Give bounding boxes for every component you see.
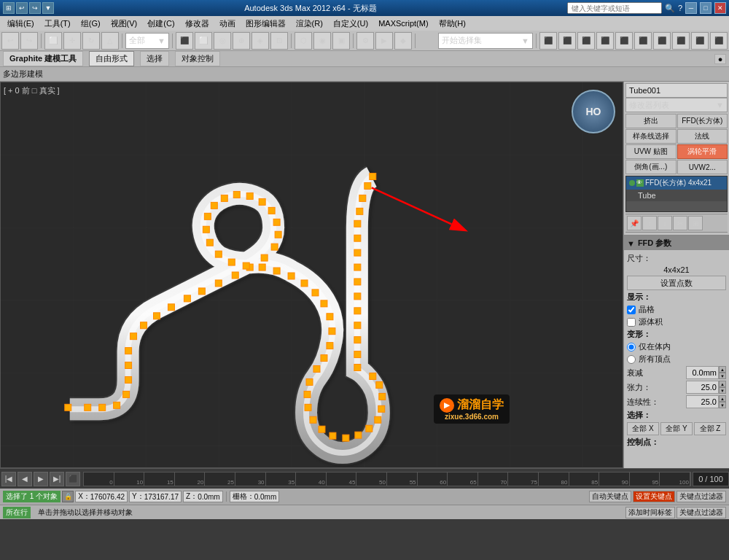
timeline-track[interactable]: 0 10 15 20 25 30 35 40 45 50 55 60 65 70… bbox=[83, 472, 691, 486]
close-button[interactable]: ✕ bbox=[714, 2, 726, 14]
tb-misc-8[interactable]: ⬛ bbox=[672, 32, 690, 50]
falloff-up[interactable]: ▲ bbox=[719, 366, 726, 373]
tension-input[interactable] bbox=[686, 381, 719, 394]
tb-btn-6[interactable]: ⊕ bbox=[233, 32, 250, 50]
render-setup-btn[interactable]: ⚙ bbox=[356, 32, 374, 50]
mod-btn-spline-sel[interactable]: 样条线选择 bbox=[625, 129, 677, 144]
continuity-down[interactable]: ▼ bbox=[719, 402, 726, 408]
tb-btn-4[interactable]: ⬜ bbox=[195, 32, 212, 50]
mod-icon-delete[interactable]: ✂ bbox=[673, 216, 687, 230]
tension-down[interactable]: ▼ bbox=[719, 387, 726, 394]
move-button[interactable]: ✛ bbox=[63, 32, 81, 50]
graphite-freeform[interactable]: 自由形式 bbox=[89, 51, 134, 66]
graphite-tools-label[interactable]: Graphite 建模工具 bbox=[3, 51, 83, 66]
tension-up[interactable]: ▲ bbox=[719, 381, 726, 387]
app-icon[interactable]: ⊞ bbox=[3, 2, 15, 14]
tb-btn-9[interactable]: ⬡ bbox=[295, 32, 312, 50]
menu-tools[interactable]: 工具(T) bbox=[40, 18, 75, 30]
falloff-down[interactable]: ▼ bbox=[719, 373, 726, 379]
select-filter-dropdown[interactable]: 全部 ▼ bbox=[125, 33, 169, 49]
tb-btn-11[interactable]: ▣ bbox=[332, 32, 350, 50]
select-all-x[interactable]: 全部 X bbox=[627, 422, 659, 435]
stack-item-tube[interactable]: Tube bbox=[626, 190, 727, 201]
menu-group[interactable]: 组(G) bbox=[77, 18, 105, 30]
timeline-stop-btn[interactable]: ⬛ bbox=[66, 472, 80, 486]
redo-button[interactable]: ↪ bbox=[20, 32, 38, 50]
menu-edit[interactable]: 编辑(E) bbox=[3, 18, 39, 30]
maximize-button[interactable]: □ bbox=[700, 2, 712, 14]
stack-item-ffd[interactable]: 👁 FFD(长方体) 4x4x21 bbox=[626, 176, 727, 190]
undo-button[interactable]: ↩ bbox=[1, 32, 19, 50]
set-points-btn[interactable]: 设置点数 bbox=[627, 276, 726, 290]
menu-render[interactable]: 渲染(R) bbox=[292, 18, 327, 30]
tb-btn-5[interactable]: ◎ bbox=[214, 32, 231, 50]
tb-btn-3[interactable]: ⬛ bbox=[176, 32, 193, 50]
menu-help[interactable]: 帮助(H) bbox=[434, 18, 470, 30]
rotate-button[interactable]: ↻ bbox=[82, 32, 100, 50]
filter-keypoints-btn[interactable]: 关键点过滤器 bbox=[677, 507, 726, 518]
graphite-object-ctrl[interactable]: 对象控制 bbox=[175, 51, 220, 66]
navigation-gizmo[interactable]: HO bbox=[572, 90, 615, 133]
quick-access-2[interactable]: ↪ bbox=[29, 2, 41, 14]
object-name-input[interactable] bbox=[625, 83, 728, 98]
menu-graph-editor[interactable]: 图形编辑器 bbox=[241, 18, 290, 30]
lattice-checkbox[interactable] bbox=[627, 306, 636, 314]
modifier-list-dropdown[interactable]: 修改器列表 ▼ bbox=[625, 98, 728, 112]
selection-set-dropdown[interactable]: 开始选择集 ▼ bbox=[438, 33, 533, 49]
mod-btn-uvw[interactable]: UVW 贴图 bbox=[625, 144, 677, 159]
select-all-z[interactable]: 全部 Z bbox=[694, 422, 726, 435]
tb-misc-10[interactable]: ⬛ bbox=[710, 32, 728, 50]
viewport[interactable]: [ + 0 前 □ 真实 ] bbox=[0, 82, 623, 468]
timeline-play-btn[interactable]: ▶ bbox=[34, 472, 48, 486]
quick-access-1[interactable]: ↩ bbox=[16, 2, 28, 14]
menu-modifier[interactable]: 修改器 bbox=[181, 18, 214, 30]
render-btn[interactable]: ▶ bbox=[375, 32, 393, 50]
mod-btn-ffd-box[interactable]: FFD(长方体) bbox=[677, 114, 728, 128]
mod-icon-config[interactable]: ⊞ bbox=[688, 216, 703, 230]
tb-btn-7[interactable]: ◈ bbox=[252, 32, 269, 50]
mod-icon-move-down[interactable]: ↓ bbox=[658, 216, 672, 230]
menu-animation[interactable]: 动画 bbox=[215, 18, 240, 30]
mod-btn-normals[interactable]: 法线 bbox=[677, 129, 728, 144]
time-field[interactable] bbox=[693, 472, 729, 486]
titlebar-search[interactable] bbox=[567, 2, 662, 14]
tb-btn-8[interactable]: ⊡ bbox=[270, 32, 288, 50]
radio-all[interactable] bbox=[627, 355, 636, 364]
add-time-tag-btn[interactable]: 添加时间标签 bbox=[625, 507, 675, 518]
menu-customize[interactable]: 自定义(U) bbox=[329, 18, 373, 30]
material-btn[interactable]: ◆ bbox=[394, 32, 412, 50]
auto-key-btn[interactable]: 自动关键点 bbox=[589, 491, 631, 502]
continuity-up[interactable]: ▲ bbox=[719, 395, 726, 402]
mod-btn-extrude[interactable]: 挤出 bbox=[625, 114, 677, 128]
graphite-select[interactable]: 选择 bbox=[140, 51, 169, 66]
source-checkbox[interactable] bbox=[627, 318, 636, 327]
scale-button[interactable]: △ bbox=[101, 32, 119, 50]
tb-misc-9[interactable]: ⬛ bbox=[691, 32, 709, 50]
quick-access-3[interactable]: ▼ bbox=[42, 2, 54, 14]
set-key-btn[interactable]: 设置关键点 bbox=[633, 491, 675, 502]
lock-icon[interactable]: 🔒 bbox=[62, 491, 74, 502]
mod-btn-turbosmooth[interactable]: 涡轮平滑 bbox=[677, 144, 728, 159]
tb-misc-7[interactable]: ⬛ bbox=[653, 32, 671, 50]
menu-create[interactable]: 创建(C) bbox=[143, 18, 179, 30]
ffd-section-header[interactable]: ▼ FFD 参数 bbox=[624, 236, 729, 250]
tb-misc-6[interactable]: ⬛ bbox=[634, 32, 652, 50]
mod-btn-bevel[interactable]: 倒角(画...) bbox=[625, 160, 677, 174]
tb-misc-2[interactable]: ⬛ bbox=[558, 32, 576, 50]
tb-misc-4[interactable]: ⬛ bbox=[596, 32, 614, 50]
menu-view[interactable]: 视图(V) bbox=[106, 18, 142, 30]
continuity-input[interactable] bbox=[686, 395, 719, 408]
tb-misc-5[interactable]: ⬛ bbox=[615, 32, 633, 50]
search-button[interactable]: 🔍 bbox=[665, 4, 675, 13]
menu-maxscript[interactable]: MAXScript(M) bbox=[374, 18, 432, 28]
help-button[interactable]: ? bbox=[678, 4, 682, 12]
timeline-next-btn[interactable]: ▶| bbox=[50, 472, 64, 486]
timeline-start-btn[interactable]: |◀ bbox=[1, 472, 16, 486]
minimize-button[interactable]: ─ bbox=[685, 2, 697, 14]
radio-inside[interactable] bbox=[627, 343, 636, 351]
tb-misc-3[interactable]: ⬛ bbox=[577, 32, 595, 50]
tb-misc-1[interactable]: ⬛ bbox=[539, 32, 557, 50]
tb-btn-10[interactable]: ◉ bbox=[313, 32, 331, 50]
mod-btn-uvw2[interactable]: UVW2... bbox=[677, 160, 728, 174]
graphite-dot[interactable]: ● bbox=[714, 54, 726, 64]
